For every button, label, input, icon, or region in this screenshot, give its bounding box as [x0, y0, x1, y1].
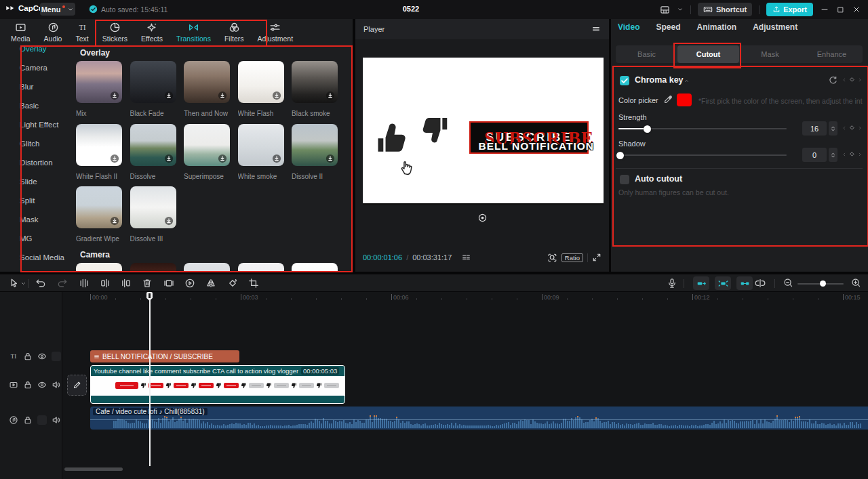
inspector-tab-adjustment[interactable]: Adjustment — [753, 22, 797, 32]
menu-button[interactable]: Menu — [40, 3, 75, 16]
download-icon[interactable] — [326, 154, 335, 163]
subtab-enhance[interactable]: Enhance — [801, 45, 863, 63]
split-button[interactable] — [79, 278, 90, 289]
sidebar-item-social-media[interactable]: Social Media — [0, 248, 73, 267]
transition-item-dissolve-iii[interactable] — [130, 186, 176, 228]
shortcut-button[interactable]: Shortcut — [698, 3, 752, 16]
keyframe-control[interactable] — [842, 76, 863, 83]
subtab-cutout[interactable]: Cutout — [677, 45, 739, 63]
lock-icon[interactable] — [23, 380, 33, 390]
download-icon[interactable] — [164, 91, 174, 100]
audio-clip[interactable]: Cafe / video cute lofi ♪ Chill(885831) — [90, 407, 868, 430]
transition-item-white-flash[interactable] — [238, 61, 284, 103]
zoom-slider-handle[interactable] — [820, 280, 826, 287]
lock-icon[interactable] — [23, 415, 33, 425]
sidebar-item-basic[interactable]: Basic — [0, 96, 73, 115]
frame-view-icon[interactable] — [461, 253, 471, 263]
undo-button[interactable] — [35, 278, 46, 289]
link-toggle-button[interactable] — [755, 278, 766, 289]
layout-icon[interactable] — [660, 5, 670, 15]
crop-button[interactable] — [248, 278, 259, 289]
download-icon[interactable] — [110, 154, 119, 163]
download-icon[interactable] — [272, 154, 281, 163]
video-track-icon[interactable] — [9, 380, 18, 390]
collapse-caret-icon[interactable] — [684, 78, 690, 84]
subtab-mask[interactable]: Mask — [739, 45, 801, 63]
eye-icon[interactable] — [37, 380, 47, 390]
transition-item-dissolve-ii[interactable] — [292, 124, 338, 166]
strength-value[interactable]: 16 — [802, 121, 827, 136]
sidebar-item-mask[interactable]: Mask — [0, 210, 73, 229]
transition-item-camera-3[interactable] — [184, 263, 230, 272]
sidebar-item-glitch[interactable]: Glitch — [0, 134, 73, 153]
strength-keyframe[interactable] — [842, 124, 863, 131]
keyframe-next-icon[interactable] — [857, 125, 863, 131]
shadow-value[interactable]: 0 — [802, 148, 827, 162]
transition-item-black-fade[interactable] — [130, 61, 176, 103]
keyframe-diamond-icon[interactable] — [848, 150, 856, 158]
sidebar-item-slide[interactable]: Slide — [0, 172, 73, 191]
ratio-button[interactable]: Ratio — [561, 253, 583, 262]
split-right-button[interactable] — [121, 278, 132, 289]
download-icon[interactable] — [110, 91, 119, 100]
select-tool-chevron[interactable] — [20, 280, 26, 287]
keyframe-diamond-icon[interactable] — [848, 76, 856, 83]
transition-item-white-flash-ii[interactable] — [76, 124, 122, 166]
record-voice-button[interactable] — [667, 278, 677, 289]
transition-item-camera-5[interactable] — [292, 263, 338, 272]
video-clip[interactable]: Youtube channel like comment subscribe C… — [90, 365, 345, 404]
download-icon[interactable] — [326, 91, 335, 100]
duplicate-button[interactable] — [163, 278, 174, 289]
download-icon[interactable] — [164, 154, 174, 163]
transition-item-black-smoke[interactable] — [292, 61, 338, 103]
shadow-slider[interactable] — [618, 154, 787, 156]
tab-adjustment[interactable]: Adjustment — [251, 20, 300, 44]
transition-item-dissolve[interactable] — [130, 124, 176, 166]
download-icon[interactable] — [164, 216, 174, 226]
shadow-keyframe[interactable] — [842, 150, 863, 158]
zoom-out-button[interactable] — [783, 278, 793, 288]
target-circle-icon[interactable] — [477, 213, 488, 223]
tab-filters[interactable]: Filters — [218, 20, 251, 44]
tab-transitions[interactable]: Transitions — [170, 20, 218, 44]
minimize-button[interactable] — [820, 5, 829, 14]
sidebar-item-blur[interactable]: Blur — [0, 77, 73, 96]
keyframe-next-icon[interactable] — [857, 152, 863, 157]
sidebar-item-light-effect[interactable]: Light Effect — [0, 115, 73, 134]
horizontal-scrollbar[interactable] — [64, 467, 123, 471]
speaker-icon[interactable] — [52, 415, 61, 425]
transition-item-then-and-now[interactable] — [184, 61, 230, 103]
auto-cutout-checkbox[interactable] — [620, 175, 629, 184]
download-icon[interactable] — [110, 216, 119, 226]
transition-item-superimpose[interactable] — [184, 124, 230, 166]
snap-main-button[interactable] — [693, 276, 709, 290]
strength-slider-handle[interactable] — [644, 125, 651, 133]
sidebar-item-split[interactable]: Split — [0, 191, 73, 210]
strength-slider[interactable] — [618, 128, 787, 129]
tab-effects[interactable]: Effects — [134, 20, 170, 44]
shadow-stepper[interactable] — [829, 148, 837, 162]
keyframe-next-icon[interactable] — [857, 77, 863, 83]
chevron-down-icon[interactable] — [677, 6, 684, 13]
player-menu-icon[interactable] — [591, 24, 601, 34]
fullscreen-icon[interactable] — [592, 253, 601, 262]
export-button[interactable]: Export — [766, 3, 813, 16]
keyframe-diamond-icon[interactable] — [848, 124, 856, 131]
split-left-button[interactable] — [100, 278, 111, 289]
select-tool[interactable] — [8, 278, 19, 289]
redo-button[interactable] — [57, 278, 68, 289]
tab-stickers[interactable]: Stickers — [96, 20, 134, 44]
inspector-tab-speed[interactable]: Speed — [656, 22, 680, 32]
reset-icon[interactable] — [828, 75, 838, 85]
sidebar-item-overlay[interactable]: Overlay — [0, 39, 73, 58]
text-track-icon[interactable]: TI — [9, 352, 18, 361]
transition-item-mix[interactable] — [76, 61, 122, 103]
transition-item-camera-1[interactable] — [76, 263, 122, 272]
maximize-button[interactable] — [836, 5, 845, 14]
timeline-zoom-slider[interactable] — [797, 283, 844, 285]
inspector-tab-animation[interactable]: Animation — [696, 22, 736, 32]
shadow-slider-handle[interactable] — [616, 152, 624, 159]
keyframe-prev-icon[interactable] — [842, 152, 847, 157]
speaker-icon[interactable] — [52, 380, 61, 390]
audio-track-icon[interactable] — [9, 415, 18, 425]
